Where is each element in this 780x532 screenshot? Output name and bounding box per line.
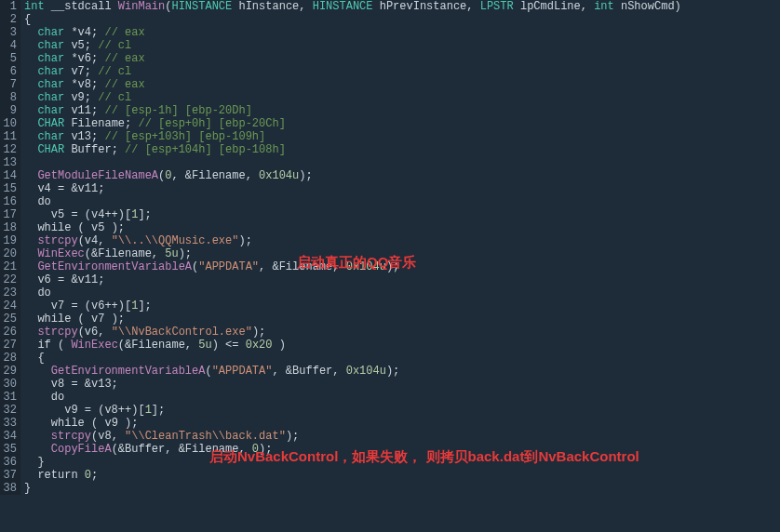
line-number: 12: [0, 143, 17, 156]
code-line: }: [24, 482, 681, 495]
code-token: WinExec: [71, 339, 117, 352]
code-token: {: [24, 352, 45, 365]
code-token: v5;: [64, 39, 98, 52]
code-token: WinExec: [37, 247, 84, 260]
line-number: 37: [0, 469, 17, 482]
code-token: hPrevInstance,: [373, 0, 480, 13]
code-token: char: [37, 104, 64, 117]
code-token: [24, 52, 37, 65]
code-token: // eax: [104, 78, 144, 91]
code-token: (: [205, 365, 211, 378]
code-token: );: [259, 443, 272, 456]
line-number: 7: [0, 78, 17, 91]
line-number: 9: [0, 104, 17, 117]
code-token: (v8,: [91, 430, 125, 443]
line-number: 23: [0, 286, 17, 299]
code-token: v9 = (v8++)[: [24, 404, 145, 417]
code-line: int __stdcall WinMain(HINSTANCE hInstanc…: [24, 0, 681, 13]
code-token: v7 = (v6++)[: [24, 299, 131, 313]
code-token: "\\..\\QQMusic.exe": [112, 234, 239, 247]
code-token: strcpy: [37, 234, 77, 247]
line-number: 36: [0, 456, 17, 469]
code-token: [24, 365, 51, 378]
line-number: 3: [0, 26, 17, 39]
code-token: [24, 260, 37, 273]
code-token: do: [37, 286, 50, 299]
code-token: Buffer;: [64, 143, 125, 156]
code-token: [24, 26, 37, 39]
code-line: v6 = &v11;: [24, 273, 681, 286]
code-token: (&Filename,: [118, 339, 198, 352]
code-token: GetEnvironmentVariableA: [51, 365, 206, 378]
code-token: "\\CleanTrash\\back.dat": [125, 430, 286, 443]
code-line: while ( v7 );: [24, 313, 681, 326]
code-token: char: [37, 91, 64, 104]
code-token: strcpy: [37, 326, 77, 339]
code-token: nShowCmd): [614, 0, 681, 13]
line-number: 16: [0, 195, 17, 208]
code-token: [24, 391, 51, 404]
code-token: v8 = &v13;: [24, 378, 118, 391]
line-number: 10: [0, 117, 17, 130]
code-token: int: [594, 0, 614, 13]
code-token: hInstance,: [232, 0, 312, 13]
code-token: v5 = (v4++)[: [24, 208, 131, 221]
code-token: ;: [91, 469, 98, 482]
code-token: , &Filename,: [171, 169, 259, 182]
code-line: if ( WinExec(&Filename, 5u) <= 0x20 ): [24, 339, 681, 352]
line-number: 8: [0, 91, 17, 104]
code-token: ( v5 );: [71, 221, 125, 234]
code-token: [24, 143, 37, 156]
code-token: CopyFileA: [51, 443, 112, 456]
line-number: 18: [0, 221, 17, 234]
code-token: v6 = &v11;: [24, 273, 104, 286]
code-line: v8 = &v13;: [24, 378, 681, 391]
code-token: );: [238, 234, 251, 247]
code-line: v4 = &v11;: [24, 182, 681, 195]
code-token: // [esp+0h] [ebp-20Ch]: [138, 117, 285, 130]
line-number: 2: [0, 13, 17, 26]
line-number: 1: [0, 0, 17, 13]
code-line: {: [24, 352, 681, 365]
code-token: do: [37, 195, 50, 208]
code-line: strcpy(v8, "\\CleanTrash\\back.dat");: [24, 430, 681, 443]
code-token: char: [37, 26, 64, 39]
code-token: {: [24, 13, 31, 26]
code-token: [24, 339, 37, 352]
code-token: // eax: [104, 52, 144, 65]
code-token: char: [37, 130, 64, 143]
code-token: WinMain: [118, 0, 165, 13]
code-line: char v11; // [esp-1h] [ebp-20Dh]: [24, 104, 681, 117]
code-token: 5u: [165, 247, 178, 260]
line-number: 4: [0, 39, 17, 52]
code-line: do: [24, 195, 681, 208]
code-token: (: [51, 339, 72, 352]
code-token: return: [37, 469, 77, 482]
line-number: 29: [0, 365, 17, 378]
code-token: );: [386, 260, 399, 273]
line-number: 38: [0, 482, 17, 495]
code-token: char: [37, 65, 64, 78]
code-token: strcpy: [51, 430, 91, 443]
code-line: strcpy(v4, "\\..\\QQMusic.exe");: [24, 234, 681, 247]
code-token: int: [24, 0, 45, 13]
code-token: );: [386, 365, 399, 378]
code-token: // eax: [104, 26, 144, 39]
code-token: v13;: [64, 130, 104, 143]
code-token: [78, 469, 85, 482]
code-line: char *v4; // eax: [24, 26, 681, 39]
code-token: *v4;: [64, 26, 104, 39]
code-token: v11;: [64, 104, 104, 117]
code-token: ];: [138, 208, 151, 221]
code-line: char v7; // cl: [24, 65, 681, 78]
code-line: return 0;: [24, 469, 681, 482]
code-token: char: [37, 39, 64, 52]
line-number: 13: [0, 156, 17, 169]
code-token: "APPDATA": [198, 260, 259, 273]
line-number: 28: [0, 352, 17, 365]
code-token: CHAR: [37, 143, 64, 156]
code-area: int __stdcall WinMain(HINSTANCE hInstanc…: [24, 0, 681, 495]
code-token: ];: [138, 299, 151, 313]
line-number: 17: [0, 208, 17, 221]
code-token: (&Filename,: [85, 247, 165, 260]
